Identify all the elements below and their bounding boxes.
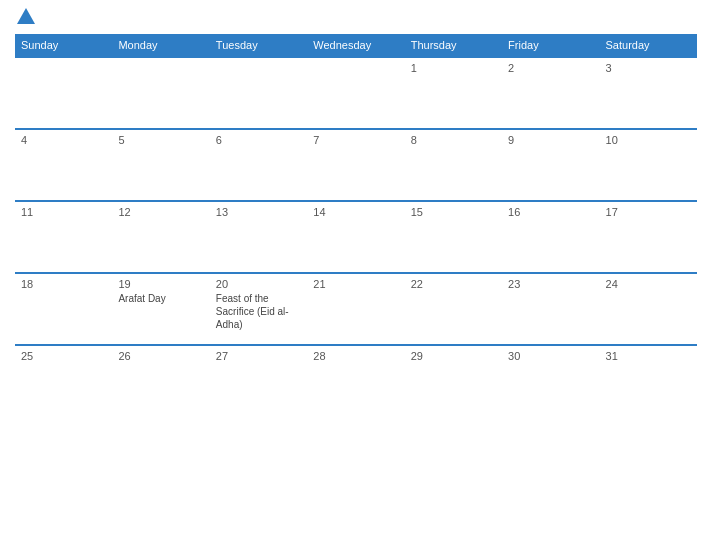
day-cell: 27 xyxy=(210,345,307,417)
day-cell: 31 xyxy=(600,345,697,417)
day-number: 22 xyxy=(411,278,496,290)
day-number: 19 xyxy=(118,278,203,290)
week-row-3: 1819Arafat Day20Feast of the Sacrifice (… xyxy=(15,273,697,345)
week-row-2: 11121314151617 xyxy=(15,201,697,273)
day-number: 14 xyxy=(313,206,398,218)
day-cell: 12 xyxy=(112,201,209,273)
logo xyxy=(15,10,37,26)
logo-triangle-icon xyxy=(17,8,35,24)
day-cell: 17 xyxy=(600,201,697,273)
calendar-page: SundayMondayTuesdayWednesdayThursdayFrid… xyxy=(0,0,712,550)
day-cell: 30 xyxy=(502,345,599,417)
header xyxy=(15,10,697,26)
day-cell: 16 xyxy=(502,201,599,273)
day-number: 10 xyxy=(606,134,691,146)
day-number: 20 xyxy=(216,278,301,290)
event-label: Arafat Day xyxy=(118,293,165,304)
day-cell: 26 xyxy=(112,345,209,417)
day-cell: 28 xyxy=(307,345,404,417)
day-number: 8 xyxy=(411,134,496,146)
day-cell: 1 xyxy=(405,57,502,129)
week-row-4: 25262728293031 xyxy=(15,345,697,417)
day-cell: 18 xyxy=(15,273,112,345)
day-number: 11 xyxy=(21,206,106,218)
week-row-0: 123 xyxy=(15,57,697,129)
weekday-header-friday: Friday xyxy=(502,34,599,57)
day-number: 6 xyxy=(216,134,301,146)
event-label: Feast of the Sacrifice (Eid al-Adha) xyxy=(216,293,289,330)
day-number: 12 xyxy=(118,206,203,218)
day-number: 26 xyxy=(118,350,203,362)
day-number: 18 xyxy=(21,278,106,290)
day-cell: 10 xyxy=(600,129,697,201)
day-cell: 7 xyxy=(307,129,404,201)
day-cell: 25 xyxy=(15,345,112,417)
day-cell: 21 xyxy=(307,273,404,345)
day-cell: 8 xyxy=(405,129,502,201)
day-cell: 29 xyxy=(405,345,502,417)
weekday-header-wednesday: Wednesday xyxy=(307,34,404,57)
day-number: 5 xyxy=(118,134,203,146)
day-number: 29 xyxy=(411,350,496,362)
day-number: 4 xyxy=(21,134,106,146)
weekday-header-thursday: Thursday xyxy=(405,34,502,57)
day-cell xyxy=(307,57,404,129)
day-number: 13 xyxy=(216,206,301,218)
day-cell: 22 xyxy=(405,273,502,345)
day-number: 27 xyxy=(216,350,301,362)
day-cell xyxy=(210,57,307,129)
day-number: 9 xyxy=(508,134,593,146)
day-cell: 15 xyxy=(405,201,502,273)
day-number: 28 xyxy=(313,350,398,362)
day-cell: 11 xyxy=(15,201,112,273)
day-number: 1 xyxy=(411,62,496,74)
day-number: 15 xyxy=(411,206,496,218)
weekday-header-tuesday: Tuesday xyxy=(210,34,307,57)
day-cell: 24 xyxy=(600,273,697,345)
day-cell xyxy=(15,57,112,129)
weekday-header-monday: Monday xyxy=(112,34,209,57)
day-cell: 4 xyxy=(15,129,112,201)
day-number: 17 xyxy=(606,206,691,218)
day-number: 21 xyxy=(313,278,398,290)
day-cell: 2 xyxy=(502,57,599,129)
week-row-1: 45678910 xyxy=(15,129,697,201)
day-cell: 5 xyxy=(112,129,209,201)
day-cell: 19Arafat Day xyxy=(112,273,209,345)
day-number: 3 xyxy=(606,62,691,74)
day-number: 2 xyxy=(508,62,593,74)
day-cell: 9 xyxy=(502,129,599,201)
weekday-header-saturday: Saturday xyxy=(600,34,697,57)
day-number: 25 xyxy=(21,350,106,362)
day-cell: 6 xyxy=(210,129,307,201)
weekday-header-sunday: Sunday xyxy=(15,34,112,57)
calendar-table: SundayMondayTuesdayWednesdayThursdayFrid… xyxy=(15,34,697,417)
day-number: 24 xyxy=(606,278,691,290)
day-cell xyxy=(112,57,209,129)
day-number: 23 xyxy=(508,278,593,290)
day-cell: 14 xyxy=(307,201,404,273)
day-cell: 13 xyxy=(210,201,307,273)
day-number: 31 xyxy=(606,350,691,362)
day-cell: 20Feast of the Sacrifice (Eid al-Adha) xyxy=(210,273,307,345)
day-number: 7 xyxy=(313,134,398,146)
day-cell: 23 xyxy=(502,273,599,345)
weekday-header-row: SundayMondayTuesdayWednesdayThursdayFrid… xyxy=(15,34,697,57)
day-cell: 3 xyxy=(600,57,697,129)
day-number: 30 xyxy=(508,350,593,362)
day-number: 16 xyxy=(508,206,593,218)
